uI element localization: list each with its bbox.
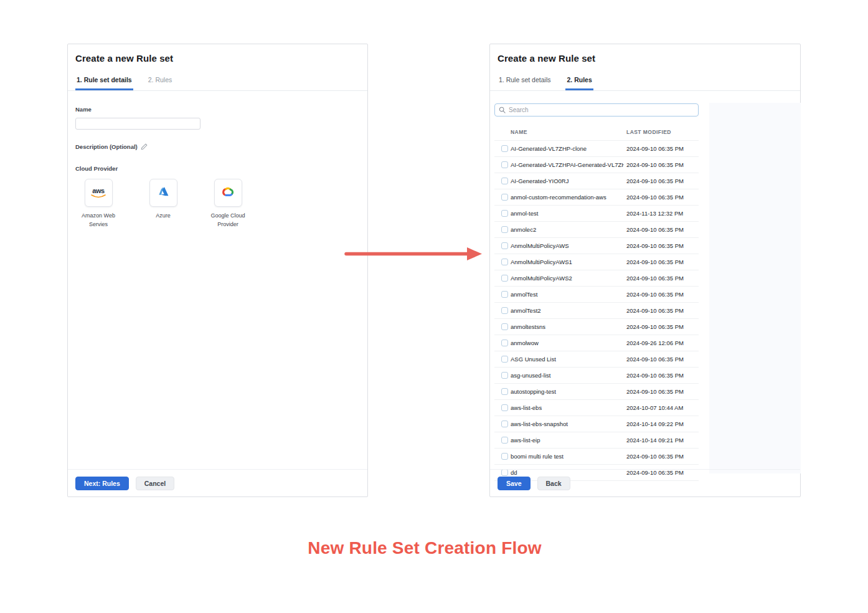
row-checkbox[interactable] (501, 275, 508, 282)
rule-name: boomi multi rule test (511, 453, 624, 460)
back-button[interactable]: Back (537, 477, 570, 490)
save-button[interactable]: Save (498, 477, 531, 490)
rule-name: AI-Generated-VL7ZHPAI-Generated-VL7ZHPAI… (511, 161, 624, 168)
rule-last-modified: 2024-09-10 06:35 PM (626, 145, 684, 152)
rule-name: AnmolMultiPolicyAWS2 (511, 275, 624, 282)
provider-label: Amazon Web Servies (75, 212, 121, 229)
rule-name: anmolwow (511, 340, 624, 346)
table-row[interactable]: anmolTest2024-09-10 06:35 PM (494, 287, 699, 303)
row-checkbox[interactable] (501, 356, 508, 363)
rule-name: aws-list-eip (511, 437, 624, 444)
table-row[interactable]: anmolec22024-09-10 06:35 PM (494, 222, 699, 238)
rule-last-modified: 2024-09-10 06:35 PM (626, 275, 684, 282)
table-row[interactable]: aws-list-ebs2024-10-07 10:44 AM (494, 400, 699, 416)
dialog-tabbar: 1. Rule set details 2. Rules (490, 71, 800, 91)
table-row[interactable]: ASG Unused List2024-09-10 06:35 PM (494, 351, 699, 368)
rule-last-modified: 2024-09-10 06:35 PM (626, 307, 684, 314)
rule-last-modified: 2024-09-10 06:35 PM (626, 161, 684, 168)
row-checkbox[interactable] (501, 404, 508, 411)
rule-last-modified: 2024-10-14 09:21 PM (626, 437, 684, 444)
row-checkbox[interactable] (501, 194, 508, 201)
ruleset-form: Name Description (Optional) Cloud Provid… (68, 91, 367, 229)
rules-table-body: AI-Generated-VL7ZHP-clone2024-09-10 06:3… (494, 141, 699, 481)
table-row[interactable]: AnmolMultiPolicyAWS12024-09-10 06:35 PM (494, 254, 699, 270)
table-row[interactable]: AnmolMultiPolicyAWS22024-09-10 06:35 PM (494, 270, 699, 287)
rule-name: aws-list-ebs (511, 404, 624, 411)
row-checkbox[interactable] (501, 437, 508, 444)
azure-icon (157, 186, 169, 199)
rule-name: anmol-custom-recommendation-aws (511, 194, 624, 201)
ruleset-dialog-step1: Create a new Rule set 1. Rule set detail… (67, 44, 368, 497)
rule-last-modified: 2024-09-10 06:35 PM (626, 178, 684, 184)
tab-rules[interactable]: 2. Rules (565, 76, 593, 90)
rule-name: anmolTest (511, 291, 624, 298)
table-row[interactable]: boomi multi rule test2024-09-10 06:35 PM (494, 449, 699, 465)
table-row[interactable]: AI-Generated-VL7ZHP-clone2024-09-10 06:3… (494, 141, 699, 157)
table-row[interactable]: aws-list-eip2024-10-14 09:21 PM (494, 432, 699, 449)
ruleset-dialog-step2: Create a new Rule set 1. Rule set detail… (489, 44, 801, 497)
table-row[interactable]: anmolTest22024-09-10 06:35 PM (494, 303, 699, 319)
row-checkbox[interactable] (501, 340, 508, 346)
rule-name: AnmolMultiPolicyAWS (511, 242, 624, 249)
rule-last-modified: 2024-10-07 10:44 AM (626, 404, 683, 411)
table-row[interactable]: AI-Generated-VL7ZHPAI-Generated-VL7ZHPAI… (494, 157, 699, 173)
row-checkbox[interactable] (501, 178, 508, 184)
table-row[interactable]: anmol-test2024-11-13 12:32 PM (494, 206, 699, 222)
tab-rule-set-details[interactable]: 1. Rule set details (75, 76, 133, 90)
table-row[interactable]: anmol-custom-recommendation-aws2024-09-1… (494, 189, 699, 206)
rules-table-header: NAME LAST MODIFIED (494, 124, 699, 141)
provider-option-azure[interactable]: Azure (140, 179, 186, 229)
dialog-title: Create a new Rule set (490, 44, 800, 71)
rule-last-modified: 2024-09-10 06:35 PM (626, 356, 684, 363)
tab-rule-set-details[interactable]: 1. Rule set details (498, 76, 552, 90)
rule-name: ASG Unused List (511, 356, 624, 363)
row-checkbox[interactable] (501, 291, 508, 298)
row-checkbox[interactable] (501, 161, 508, 168)
rule-name: anmolec2 (511, 226, 624, 233)
rule-name: anmolTest2 (511, 307, 624, 314)
row-checkbox[interactable] (501, 388, 508, 395)
rule-last-modified: 2024-10-14 09:22 PM (626, 421, 684, 427)
cloud-provider-label: Cloud Provider (75, 165, 360, 172)
provider-option-aws[interactable]: aws Amazon Web Servies (75, 179, 121, 229)
row-checkbox[interactable] (501, 242, 508, 249)
rule-name: anmol-test (511, 210, 624, 217)
row-checkbox[interactable] (501, 259, 508, 265)
provider-label: Google Cloud Provider (205, 212, 251, 229)
table-row[interactable]: AnmolMultiPolicyAWS2024-09-10 06:35 PM (494, 238, 699, 254)
rule-last-modified: 2024-09-10 06:35 PM (626, 242, 684, 249)
table-row[interactable]: aws-list-ebs-snapshot2024-10-14 09:22 PM (494, 416, 699, 432)
rules-table: NAME LAST MODIFIED AI-Generated-VL7ZHP-c… (494, 124, 699, 481)
rules-search[interactable] (494, 103, 699, 116)
table-row[interactable]: asg-unused-list2024-09-10 06:35 PM (494, 368, 699, 384)
table-row[interactable]: anmolwow2024-09-26 12:06 PM (494, 335, 699, 351)
rule-name: AnmolMultiPolicyAWS1 (511, 259, 624, 265)
edit-pencil-icon[interactable] (141, 143, 148, 150)
provider-option-gcp[interactable]: Google Cloud Provider (205, 179, 251, 229)
row-checkbox[interactable] (501, 421, 508, 427)
table-row[interactable]: autostopping-test2024-09-10 06:35 PM (494, 384, 699, 400)
rule-last-modified: 2024-09-10 06:35 PM (626, 372, 684, 379)
row-checkbox[interactable] (501, 453, 508, 460)
tab-rules[interactable]: 2. Rules (147, 76, 174, 90)
row-checkbox[interactable] (501, 210, 508, 217)
next-rules-button[interactable]: Next: Rules (75, 477, 129, 490)
search-icon (499, 105, 506, 116)
rule-name: autostopping-test (511, 388, 624, 395)
table-row[interactable]: anmoltestsns2024-09-10 06:35 PM (494, 319, 699, 335)
rule-last-modified: 2024-09-10 06:35 PM (626, 194, 684, 201)
cancel-button[interactable]: Cancel (136, 477, 174, 490)
row-checkbox[interactable] (501, 372, 508, 379)
column-header-last-modified: LAST MODIFIED (626, 129, 671, 135)
name-input[interactable] (75, 118, 200, 130)
search-input[interactable] (509, 107, 694, 113)
rule-last-modified: 2024-09-26 12:06 PM (626, 340, 684, 346)
table-row[interactable]: AI-Generated-YIO0RJ2024-09-10 06:35 PM (494, 173, 699, 189)
dialog-footer: Save Back (490, 469, 800, 497)
row-checkbox[interactable] (501, 145, 508, 152)
row-checkbox[interactable] (501, 323, 508, 330)
aws-icon: aws (90, 188, 106, 199)
row-checkbox[interactable] (501, 226, 508, 233)
row-checkbox[interactable] (501, 307, 508, 314)
dialog-title: Create a new Rule set (68, 44, 367, 71)
